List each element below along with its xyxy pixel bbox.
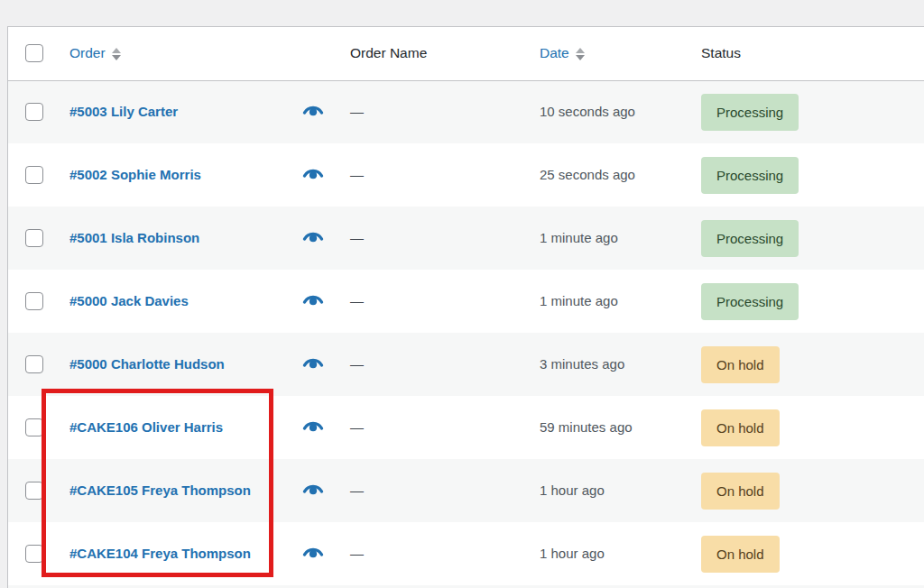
preview-eye-icon[interactable]	[302, 356, 324, 370]
order-link[interactable]: #5000 Jack Davies	[69, 293, 189, 308]
status-badge: Processing	[701, 220, 799, 257]
order-date: 1 hour ago	[540, 482, 605, 498]
row-checkbox[interactable]	[25, 418, 43, 436]
status-badge: On hold	[701, 346, 780, 383]
order-name-value: —	[350, 104, 364, 119]
row-checkbox[interactable]	[25, 229, 43, 247]
preview-eye-icon[interactable]	[302, 546, 324, 559]
column-header-date[interactable]: Date	[533, 27, 695, 80]
order-date: 1 hour ago	[540, 546, 605, 561]
order-date: 25 seconds ago	[540, 167, 635, 182]
order-link[interactable]: #CAKE105 Freya Thompson	[69, 482, 251, 498]
table-row: #5003 Lily Carter — 10 seconds ago Proce…	[8, 80, 924, 143]
column-header-order[interactable]: Order	[62, 27, 288, 80]
row-checkbox[interactable]	[25, 166, 43, 184]
table-row: #CAKE106 Oliver Harris — 59 minutes ago …	[8, 396, 924, 459]
order-date: 3 minutes ago	[540, 356, 624, 372]
sort-arrows-icon	[576, 48, 585, 60]
preview-eye-icon[interactable]	[302, 230, 324, 243]
order-link[interactable]: #5002 Sophie Morris	[69, 167, 201, 182]
status-badge: On hold	[701, 409, 780, 446]
order-date: 59 minutes ago	[540, 419, 633, 435]
order-name-value: —	[350, 230, 364, 245]
row-checkbox[interactable]	[25, 355, 43, 373]
column-header-order-label: Order	[69, 45, 106, 60]
order-name-value: —	[350, 482, 364, 498]
row-checkbox[interactable]	[25, 292, 43, 310]
order-name-value: —	[350, 419, 364, 435]
row-checkbox[interactable]	[25, 545, 43, 563]
table-row: #CAKE105 Freya Thompson — 1 hour ago On …	[8, 459, 924, 522]
preview-eye-icon[interactable]	[302, 104, 324, 117]
column-header-order-name-label: Order Name	[350, 45, 427, 60]
status-badge: Processing	[701, 157, 799, 194]
status-badge: On hold	[701, 473, 780, 510]
order-link[interactable]: #5003 Lily Carter	[69, 104, 178, 119]
preview-eye-icon[interactable]	[302, 482, 324, 496]
preview-eye-icon[interactable]	[302, 293, 324, 307]
preview-eye-icon[interactable]	[302, 419, 324, 433]
table-row: #5000 Jack Davies — 1 minute ago Process…	[8, 270, 924, 333]
column-header-order-name: Order Name	[337, 27, 533, 80]
order-date: 1 minute ago	[540, 293, 618, 308]
preview-eye-icon[interactable]	[302, 167, 324, 180]
order-link[interactable]: #CAKE104 Freya Thompson	[69, 546, 251, 561]
row-checkbox[interactable]	[25, 482, 43, 500]
table-header: Order Order Name Date Status	[8, 27, 924, 80]
column-header-status-label: Status	[701, 45, 741, 60]
order-name-value: —	[350, 356, 364, 372]
order-link[interactable]: #5000 Charlotte Hudson	[69, 356, 225, 372]
table-row: #5000 Charlotte Hudson — 3 minutes ago O…	[8, 333, 924, 396]
order-name-value: —	[350, 293, 364, 308]
row-checkbox[interactable]	[25, 103, 43, 121]
table-row: #5001 Isla Robinson — 1 minute ago Proce…	[8, 207, 924, 270]
column-header-preview	[288, 27, 337, 80]
table-row: #CAKE104 Freya Thompson — 1 hour ago On …	[8, 522, 924, 585]
sort-arrows-icon	[112, 48, 121, 60]
orders-table: Order Order Name Date Status #5003 Lily …	[7, 26, 924, 588]
order-name-value: —	[350, 546, 364, 561]
order-link[interactable]: #5001 Isla Robinson	[69, 230, 199, 245]
status-badge: On hold	[701, 536, 780, 573]
column-header-date-label: Date	[540, 45, 569, 60]
status-badge: Processing	[701, 283, 799, 320]
select-all-checkbox[interactable]	[25, 44, 43, 62]
order-link[interactable]: #CAKE106 Oliver Harris	[69, 419, 223, 435]
order-date: 1 minute ago	[540, 230, 618, 245]
table-row: #5002 Sophie Morris — 25 seconds ago Pro…	[8, 143, 924, 207]
order-date: 10 seconds ago	[540, 104, 635, 119]
order-name-value: —	[350, 167, 364, 182]
column-header-status: Status	[695, 27, 924, 80]
status-badge: Processing	[701, 94, 799, 131]
